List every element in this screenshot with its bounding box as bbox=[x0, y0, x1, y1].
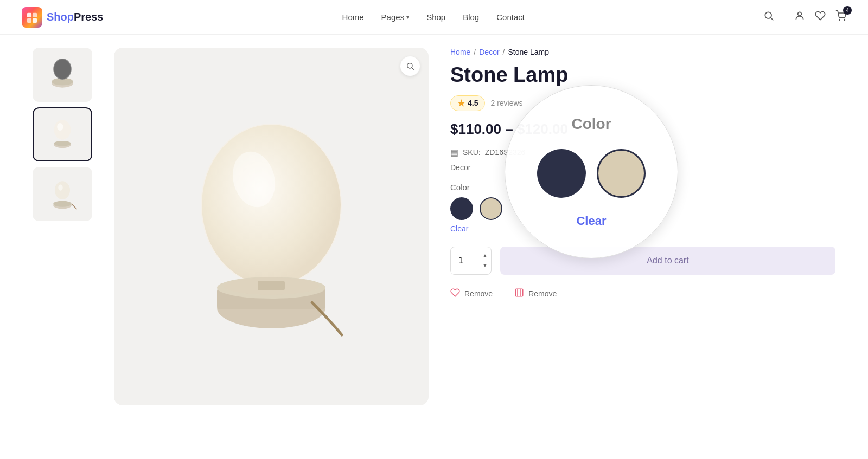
cart-row: 1 ▲ ▼ Add to cart bbox=[450, 247, 835, 275]
product-info: Home / Decor / Stone Lamp Stone Lamp ★ 4… bbox=[450, 48, 835, 405]
breadcrumb-current: Stone Lamp bbox=[508, 48, 550, 56]
remove-compare-label: Remove bbox=[528, 289, 557, 298]
rating-badge: ★ 4.5 bbox=[450, 95, 485, 111]
svg-point-16 bbox=[57, 123, 63, 131]
nav-home[interactable]: Home bbox=[342, 12, 364, 22]
nav-shop[interactable]: Shop bbox=[426, 12, 445, 22]
nav-blog[interactable]: Blog bbox=[463, 12, 479, 22]
thumbnails bbox=[33, 48, 92, 405]
svg-point-8 bbox=[844, 20, 845, 21]
color-swatch-dark[interactable] bbox=[450, 197, 473, 220]
magnifier-swatch-beige[interactable] bbox=[597, 149, 646, 198]
svg-point-14 bbox=[54, 141, 71, 146]
logo-icon bbox=[22, 7, 42, 28]
svg-point-20 bbox=[58, 185, 62, 191]
sku-icon: ▤ bbox=[450, 147, 458, 158]
qty-down-button[interactable]: ▼ bbox=[479, 261, 491, 270]
svg-point-25 bbox=[202, 125, 341, 285]
sku-label: SKU: bbox=[463, 148, 481, 157]
clear-color-link[interactable]: Clear bbox=[450, 224, 468, 233]
compare-icon bbox=[514, 288, 524, 300]
svg-rect-32 bbox=[515, 289, 523, 296]
magnifier-color-label: Color bbox=[571, 115, 611, 133]
nav-pages[interactable]: Pages ▾ bbox=[381, 12, 410, 22]
svg-line-21 bbox=[72, 204, 77, 209]
cart-badge: 4 bbox=[843, 6, 852, 15]
svg-point-7 bbox=[839, 20, 840, 21]
thumb-1[interactable] bbox=[33, 48, 92, 102]
color-magnifier-overlay: Color Clear bbox=[505, 85, 678, 258]
svg-rect-1 bbox=[33, 12, 37, 17]
qty-arrows: ▲ ▼ bbox=[479, 251, 491, 270]
svg-rect-0 bbox=[27, 12, 31, 17]
svg-point-4 bbox=[765, 12, 771, 18]
magnifier-clear-button[interactable]: Clear bbox=[576, 214, 606, 228]
action-row: Remove Remove bbox=[450, 288, 835, 300]
svg-point-15 bbox=[54, 120, 71, 139]
nav-contact[interactable]: Contact bbox=[496, 12, 525, 22]
svg-point-12 bbox=[54, 59, 71, 79]
header-divider bbox=[784, 11, 784, 24]
svg-point-22 bbox=[407, 63, 412, 68]
main-image bbox=[114, 48, 429, 405]
page-content: Home / Decor / Stone Lamp Stone Lamp ★ 4… bbox=[11, 35, 857, 418]
logo-shop-text: Shop bbox=[47, 11, 74, 23]
remove-wishlist-label: Remove bbox=[464, 289, 493, 298]
add-to-cart-button[interactable]: Add to cart bbox=[500, 247, 835, 275]
quantity-input: 1 ▲ ▼ bbox=[450, 247, 492, 275]
category-value: Decor bbox=[450, 163, 470, 172]
product-title: Stone Lamp bbox=[450, 64, 835, 87]
magnifier-swatch-dark[interactable] bbox=[537, 149, 586, 198]
thumb-3[interactable] bbox=[33, 167, 92, 221]
reviews-count: 2 reviews bbox=[490, 99, 522, 107]
breadcrumb-category[interactable]: Decor bbox=[479, 48, 499, 56]
star-icon: ★ bbox=[457, 98, 465, 108]
zoom-button[interactable] bbox=[400, 56, 420, 76]
breadcrumb-sep1: / bbox=[474, 48, 476, 56]
wishlist-icon[interactable] bbox=[815, 10, 826, 24]
breadcrumb-home[interactable]: Home bbox=[450, 48, 470, 56]
rating-value: 4.5 bbox=[468, 99, 478, 107]
breadcrumb: Home / Decor / Stone Lamp bbox=[450, 48, 835, 56]
logo-press-text: Press bbox=[74, 11, 104, 23]
logo[interactable]: ShopPress bbox=[22, 7, 104, 28]
qty-field[interactable]: 1 bbox=[451, 256, 479, 266]
svg-point-18 bbox=[53, 201, 72, 207]
magnifier-swatches bbox=[537, 149, 646, 198]
svg-point-6 bbox=[798, 12, 802, 16]
thumb-2[interactable] bbox=[33, 107, 92, 161]
user-icon[interactable] bbox=[794, 10, 805, 24]
svg-point-19 bbox=[55, 181, 70, 199]
svg-line-5 bbox=[771, 18, 774, 21]
search-icon[interactable] bbox=[763, 10, 774, 24]
header-icons: 4 bbox=[763, 10, 846, 24]
color-swatch-beige[interactable] bbox=[480, 197, 502, 220]
svg-rect-2 bbox=[27, 18, 31, 22]
pages-chevron-icon: ▾ bbox=[406, 14, 409, 20]
remove-compare-button[interactable]: Remove bbox=[514, 288, 557, 300]
remove-wishlist-button[interactable]: Remove bbox=[450, 288, 493, 300]
qty-up-button[interactable]: ▲ bbox=[479, 251, 491, 261]
svg-rect-31 bbox=[258, 281, 285, 290]
main-nav: Home Pages ▾ Shop Blog Contact bbox=[342, 12, 525, 22]
breadcrumb-sep2: / bbox=[503, 48, 505, 56]
lamp-illustration bbox=[174, 110, 369, 343]
svg-rect-3 bbox=[33, 18, 37, 22]
site-header: ShopPress Home Pages ▾ Shop Blog Contact… bbox=[0, 0, 868, 35]
svg-line-23 bbox=[412, 68, 414, 70]
cart-icon[interactable]: 4 bbox=[835, 10, 846, 24]
heart-icon bbox=[450, 288, 460, 300]
color-section: Color Clear Color Clear bbox=[450, 183, 835, 234]
